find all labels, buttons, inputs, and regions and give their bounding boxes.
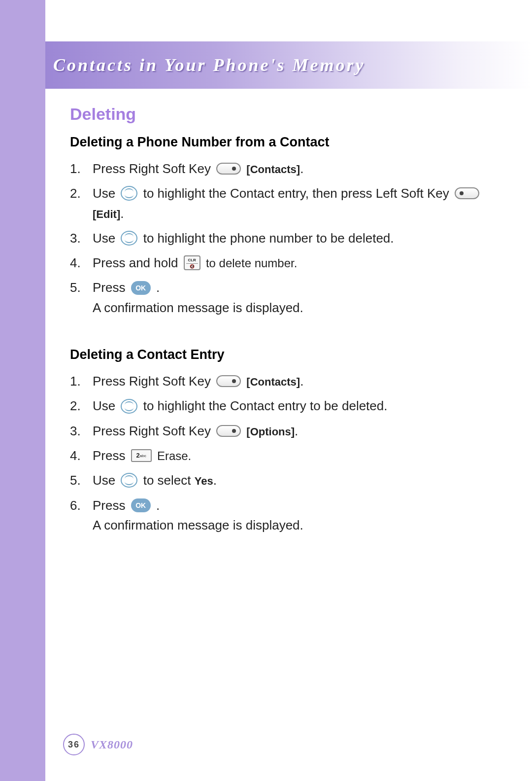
content-area: Deleting Deleting a Phone Number from a … <box>45 89 532 535</box>
softkey-label: [Edit] <box>93 208 120 220</box>
confirmation-text: A confirmation message is displayed. <box>93 515 488 535</box>
step-text: Press and hold <box>93 255 182 270</box>
softkey-label: [Options] <box>246 426 295 438</box>
step-text: . <box>156 498 160 513</box>
yes-label: Yes <box>195 475 213 487</box>
numkey-digit: 2 <box>136 452 140 459</box>
page-body: Contacts in Your Phone's Memory Deleting… <box>45 0 532 781</box>
ok-key-icon: OK <box>131 498 151 512</box>
nav-ring-icon <box>121 399 137 414</box>
section-title: Deleting <box>70 105 488 124</box>
list-item: Press OK . A confirmation message is dis… <box>70 496 488 535</box>
step-text: to highlight the phone number to be dele… <box>143 231 394 246</box>
step-text: . <box>120 206 124 221</box>
step-text: Press Right Soft Key <box>93 424 214 438</box>
left-soft-key-icon <box>455 187 479 199</box>
confirmation-text: A confirmation message is displayed. <box>93 298 488 318</box>
clr-label: CLR <box>188 258 196 262</box>
model-label: VX8000 <box>91 738 133 751</box>
chapter-header-band: Contacts in Your Phone's Memory <box>45 41 532 89</box>
step-text: Erase. <box>157 449 191 462</box>
list-item: Use to select Yes. <box>70 470 488 490</box>
page-number-circle: 36 <box>63 734 85 755</box>
nav-ring-icon <box>121 231 137 246</box>
nav-ring-icon <box>121 473 137 488</box>
left-margin-strip <box>0 0 45 781</box>
step-text: Use <box>93 398 119 413</box>
list-item: Press and hold CLR🔇 to delete number. <box>70 253 488 273</box>
numkey-letters: abc <box>140 454 146 458</box>
step-text: to highlight the Contact entry to be del… <box>143 398 388 413</box>
step-text: Use <box>93 231 119 246</box>
step-text: to select <box>143 473 195 488</box>
step-text: Use <box>93 473 119 488</box>
softkey-label: [Contacts] <box>246 376 300 388</box>
step-text: Press Right Soft Key <box>93 161 214 176</box>
step-text: . <box>156 280 160 295</box>
list-item: Use to highlight the Contact entry, then… <box>70 183 488 223</box>
two-abc-key-icon: 2abc <box>131 449 152 462</box>
step-text: . <box>295 424 298 438</box>
clr-key-icon: CLR🔇 <box>184 255 200 270</box>
list-item: Press Right Soft Key [Contacts]. <box>70 159 488 178</box>
steps-list-2: Press Right Soft Key [Contacts]. Use to … <box>70 371 488 535</box>
list-item: Use to highlight the phone number to be … <box>70 228 488 248</box>
right-soft-key-icon <box>216 425 241 437</box>
step-text: Press <box>93 498 129 513</box>
step-text: Press <box>93 448 129 463</box>
page-footer: 36 VX8000 <box>63 734 133 755</box>
step-text: to delete number. <box>206 256 297 270</box>
chapter-title: Contacts in Your Phone's Memory <box>53 55 365 75</box>
steps-list-1: Press Right Soft Key [Contacts]. Use to … <box>70 159 488 318</box>
nav-ring-icon <box>121 186 137 201</box>
list-item: Press Right Soft Key [Options]. <box>70 421 488 441</box>
softkey-label: [Contacts] <box>246 163 300 176</box>
step-text: . <box>213 473 217 488</box>
step-text: . <box>300 374 303 389</box>
step-text: Press Right Soft Key <box>93 374 214 389</box>
list-item: Press Right Soft Key [Contacts]. <box>70 371 488 391</box>
list-item: Press OK . A confirmation message is dis… <box>70 278 488 318</box>
list-item: Press 2abc Erase. <box>70 446 488 465</box>
list-item: Use to highlight the Contact entry to be… <box>70 396 488 416</box>
right-soft-key-icon <box>216 163 241 175</box>
step-text: to highlight the Contact entry, then pre… <box>143 186 453 201</box>
step-text: . <box>300 161 303 176</box>
subsection-title-1: Deleting a Phone Number from a Contact <box>70 135 488 150</box>
subsection-title-2: Deleting a Contact Entry <box>70 347 488 362</box>
step-text: Press <box>93 280 129 295</box>
ok-key-icon: OK <box>131 281 151 295</box>
step-text: Use <box>93 186 119 201</box>
right-soft-key-icon <box>216 375 241 387</box>
